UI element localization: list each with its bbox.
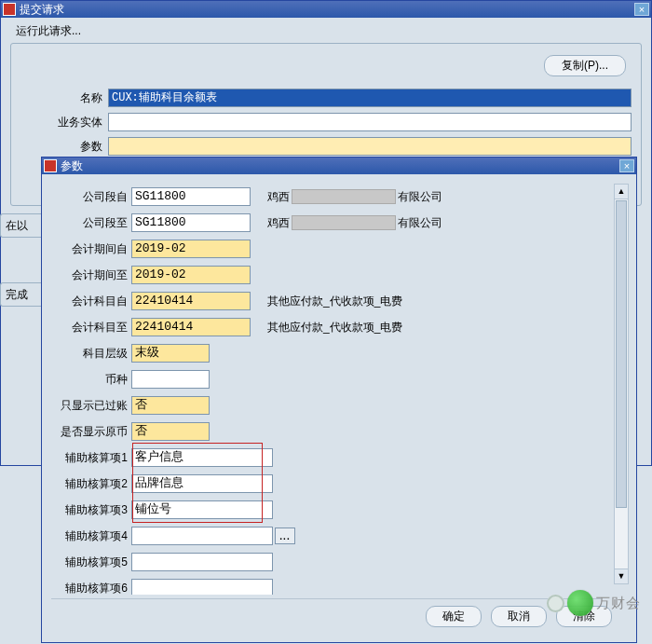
watermark-text: 万财会 <box>596 595 641 612</box>
oracle-icon <box>3 3 16 16</box>
scroll-down-icon[interactable]: ▼ <box>615 569 628 583</box>
close-icon[interactable]: × <box>634 3 649 16</box>
acct-to-desc: 其他应付款_代收款项_电费 <box>267 320 402 336</box>
aux4-label: 辅助核算项4 <box>51 528 131 544</box>
period-from-label: 会计期间自 <box>51 241 131 257</box>
params-input[interactable] <box>108 137 632 156</box>
params-label: 参数 <box>20 139 108 155</box>
acct-to-input[interactable]: 22410414 <box>131 318 251 336</box>
aux2-input[interactable]: 品牌信息 <box>131 474 273 493</box>
currency-input[interactable] <box>131 370 210 389</box>
watermark-icon <box>567 590 593 616</box>
aux2-label: 辅助核算项2 <box>51 476 131 492</box>
acct-from-label: 会计科目自 <box>51 294 131 309</box>
entity-input[interactable] <box>108 113 632 131</box>
origcurr-label: 是否显示原币 <box>51 424 131 440</box>
aux3-input[interactable]: 铺位号 <box>131 500 273 519</box>
comp-from-label: 公司段自 <box>51 189 131 205</box>
comp-to-label: 公司段至 <box>51 215 131 231</box>
currency-label: 币种 <box>51 372 131 388</box>
name-label: 名称 <box>20 90 108 106</box>
window-title: 提交请求 <box>20 2 64 18</box>
watermark-icon <box>547 595 564 612</box>
side-stub-1: 在以 <box>0 213 42 238</box>
aux1-label: 辅助核算项1 <box>51 450 131 466</box>
period-to-input[interactable]: 2019-02 <box>131 266 251 284</box>
entity-label: 业务实体 <box>20 115 108 130</box>
aux5-input[interactable] <box>131 553 273 571</box>
level-label: 科目层级 <box>51 346 131 362</box>
run-request-label: 运行此请求... <box>16 23 642 39</box>
aux1-input[interactable]: 客户信息 <box>131 448 273 467</box>
aux4-input[interactable] <box>131 527 273 545</box>
copy-button[interactable]: 复制(P)... <box>544 55 626 76</box>
ok-button[interactable]: 确定 <box>426 606 482 627</box>
cancel-button[interactable]: 取消 <box>491 606 547 627</box>
period-to-label: 会计期间至 <box>51 267 131 283</box>
posted-label: 只显示已过账 <box>51 398 131 414</box>
vertical-scrollbar[interactable]: ▲ ▼ <box>614 184 629 584</box>
aux3-label: 辅助核算项3 <box>51 502 131 518</box>
aux6-label: 辅助核算项6 <box>51 581 131 596</box>
acct-from-input[interactable]: 22410414 <box>131 292 251 310</box>
aux4-lov-button[interactable]: ... <box>275 528 295 544</box>
origcurr-input[interactable]: 否 <box>131 422 210 441</box>
period-from-input[interactable]: 2019-02 <box>131 240 251 258</box>
comp-from-input[interactable]: SG11800 <box>131 187 251 206</box>
scroll-up-icon[interactable]: ▲ <box>615 185 628 199</box>
scrollbar-thumb[interactable] <box>616 200 627 508</box>
comp-to-desc: 鸡西有限公司 <box>267 215 442 231</box>
submit-request-titlebar[interactable]: 提交请求 × <box>1 1 651 18</box>
aux5-label: 辅助核算项5 <box>51 555 131 570</box>
comp-to-input[interactable]: SG11800 <box>131 213 251 232</box>
watermark: 万财会 <box>547 590 641 616</box>
side-stub-2: 完成 <box>0 282 42 307</box>
aux6-input[interactable] <box>131 579 273 595</box>
posted-input[interactable]: 否 <box>131 396 210 415</box>
params-window: 参数 × 公司段自 SG11800 鸡西有限公司 公司段至 SG11800 鸡西… <box>41 157 637 643</box>
params-window-title: 参数 <box>61 158 83 174</box>
close-icon[interactable]: × <box>619 159 634 172</box>
comp-from-desc: 鸡西有限公司 <box>267 189 442 205</box>
acct-from-desc: 其他应付款_代收款项_电费 <box>267 294 402 309</box>
level-input[interactable]: 末级 <box>131 344 210 363</box>
acct-to-label: 会计科目至 <box>51 320 131 336</box>
params-titlebar[interactable]: 参数 × <box>42 158 636 174</box>
oracle-icon <box>44 159 57 172</box>
name-input[interactable]: CUX:辅助科目余额表 <box>108 89 632 107</box>
